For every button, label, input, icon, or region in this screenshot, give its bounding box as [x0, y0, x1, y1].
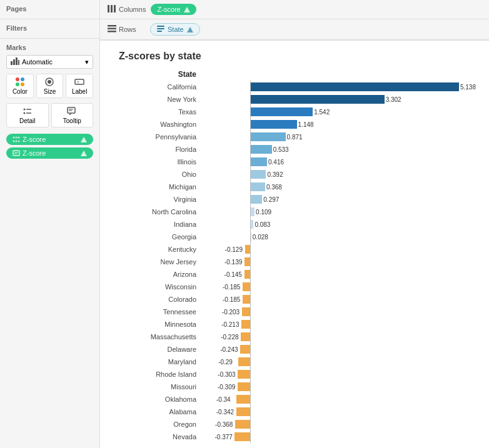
svg-rect-1 — [13, 59, 15, 65]
label-button[interactable]: T Label — [66, 74, 93, 98]
bar-cell: 0.083 — [200, 218, 476, 231]
table-row: Missouri-0.309 — [119, 381, 476, 393]
value-label: -0.139 — [224, 257, 242, 266]
state-label: Pennsylvania — [119, 133, 200, 141]
svg-point-6 — [16, 82, 19, 86]
value-label: 1.148 — [298, 120, 314, 129]
top-bar: Columns Z-score Rows — [100, 0, 489, 41]
marks-type-dropdown[interactable]: Automatic ▾ — [6, 55, 93, 69]
bar-segment — [238, 357, 250, 366]
bar-segment — [250, 82, 459, 91]
bar-segment — [241, 320, 250, 329]
chart-data-rows: California5.138New York3.302Texas1.542Wa… — [119, 81, 476, 443]
main-area: Columns Z-score Rows — [100, 0, 489, 448]
table-row: Florida0.533 — [119, 143, 476, 156]
state-label: Tennessee — [119, 308, 200, 316]
zscore-pill-1[interactable]: Z-score — [6, 134, 93, 145]
value-label: 0.297 — [263, 195, 279, 204]
columns-icon — [108, 5, 116, 14]
bar-cell: -0.342 — [200, 406, 476, 418]
svg-rect-29 — [108, 5, 109, 12]
chart-wrapper: State California5.138New York3.302Texas1… — [106, 68, 489, 443]
table-row: California5.138 — [119, 81, 476, 93]
svg-rect-2 — [16, 57, 18, 65]
value-label: -0.185 — [223, 282, 240, 291]
value-label: 0.109 — [256, 207, 271, 216]
tooltip-button[interactable]: Tooltip — [51, 103, 94, 127]
marks-type-label: Automatic — [22, 58, 53, 66]
svg-rect-36 — [157, 28, 164, 29]
zscore-pill-1-label: Z-score — [23, 136, 46, 143]
table-row: Oregon-0.368 — [119, 418, 476, 431]
table-row: Georgia0.028 — [119, 231, 476, 243]
columns-pill[interactable]: Z-score — [151, 4, 196, 15]
pages-label: Pages — [6, 5, 93, 12]
bar-cell: -0.243 — [200, 343, 476, 356]
bar-cell: 0.109 — [200, 206, 476, 218]
filters-section: Filters — [0, 19, 99, 39]
size-button[interactable]: Size — [36, 74, 64, 98]
bar-cell: -0.185 — [200, 293, 476, 306]
state-label: Delaware — [119, 346, 200, 353]
value-label: -0.303 — [218, 370, 235, 379]
bar-cell: 0.392 — [200, 168, 476, 181]
table-row: North Carolina0.109 — [119, 206, 476, 218]
value-label: 0.028 — [253, 232, 268, 241]
chart-column-header: State — [119, 68, 476, 81]
table-row: Ohio0.392 — [119, 168, 476, 181]
state-label: Missouri — [119, 383, 200, 391]
svg-point-25 — [18, 141, 20, 142]
state-label: Virginia — [119, 196, 200, 203]
bar-segment — [241, 332, 250, 341]
zscore-pill-2-label: Z-score — [23, 149, 46, 157]
bar-cell: -0.377 — [200, 431, 476, 443]
bar-cell: 1.542 — [200, 106, 476, 118]
svg-point-7 — [21, 82, 24, 86]
svg-point-24 — [16, 141, 18, 142]
svg-point-14 — [23, 112, 25, 114]
rows-pill[interactable]: State — [150, 23, 200, 36]
bar-segment — [243, 282, 250, 291]
svg-rect-37 — [157, 31, 162, 32]
value-label: -0.34 — [216, 395, 231, 404]
table-row: Minnesota-0.213 — [119, 318, 476, 331]
bar-cell: 1.148 — [200, 118, 476, 131]
bar-segment — [250, 195, 262, 204]
svg-text:T: T — [77, 81, 79, 84]
svg-point-5 — [21, 77, 24, 81]
bar-segment — [245, 257, 250, 266]
bar-segment — [250, 157, 267, 166]
table-row: Colorado-0.185 — [119, 293, 476, 306]
value-label: -0.377 — [214, 432, 232, 441]
rows-label: Rows — [108, 25, 145, 34]
columns-row: Columns Z-score — [100, 0, 489, 19]
bar-cell: -0.29 — [200, 356, 476, 368]
state-label: New Jersey — [119, 258, 200, 266]
table-row: Wisconsin-0.185 — [119, 281, 476, 293]
state-label: Oregon — [119, 421, 200, 428]
table-row: Virginia0.297 — [119, 193, 476, 206]
marks-buttons-grid: Color Size T Label — [6, 74, 93, 98]
state-label: Oklahoma — [119, 396, 200, 403]
bar-cell: -0.139 — [200, 256, 476, 268]
state-label: North Carolina — [119, 208, 200, 216]
value-label: -0.203 — [222, 307, 239, 316]
svg-point-12 — [23, 109, 25, 111]
bar-segment — [243, 295, 250, 304]
state-label: Indiana — [119, 221, 200, 228]
state-label: California — [119, 83, 200, 91]
svg-point-23 — [13, 141, 15, 142]
table-row: Alabama-0.342 — [119, 406, 476, 418]
bar-segment — [234, 432, 250, 441]
rows-icon — [108, 25, 116, 34]
table-row: Michigan0.368 — [119, 181, 476, 193]
color-button[interactable]: Color — [6, 74, 34, 98]
value-label: 3.302 — [386, 95, 401, 104]
table-row: Pennsylvania0.871 — [119, 131, 476, 143]
svg-rect-33 — [108, 28, 116, 30]
table-row: Massachusetts-0.228 — [119, 331, 476, 343]
table-row: Oklahoma-0.34 — [119, 393, 476, 406]
detail-button[interactable]: Detail — [6, 103, 49, 127]
state-label: Ohio — [119, 171, 200, 178]
zscore-pill-2[interactable]: Z-score — [6, 147, 93, 159]
